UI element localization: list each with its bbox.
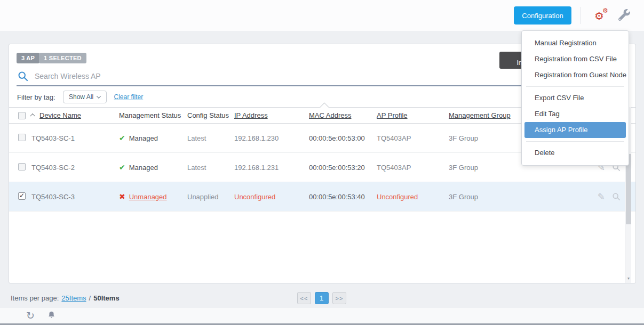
device-name: TQ5403-SC-3 xyxy=(31,193,119,201)
wrench-icon[interactable] xyxy=(618,9,631,22)
menu-item-assign-ap-profile[interactable]: Assign AP Profile xyxy=(524,122,626,138)
column-device-name[interactable]: Device Name xyxy=(31,111,119,119)
ip-address: Unconfigured xyxy=(234,193,309,201)
menu-divider xyxy=(526,86,624,87)
gear-small-icon xyxy=(602,7,608,14)
filter-bar: Filter by tag: Show All Clear filter xyxy=(17,90,143,104)
edit-pencil-icon[interactable] xyxy=(598,192,605,201)
search-icon xyxy=(18,71,28,82)
column-config-status: Config Status xyxy=(187,111,234,119)
column-management-status: Management Status xyxy=(119,111,187,119)
ip-address: 192.168.1.231 xyxy=(234,164,309,172)
header-notch xyxy=(320,103,329,112)
managed-check-icon xyxy=(119,163,125,172)
bottom-bar xyxy=(0,308,644,323)
mac-address: 00:00:5e:00:53:40 xyxy=(309,193,377,201)
scrollbar-down-arrow[interactable] xyxy=(626,276,631,281)
menu-item-edit-tag[interactable]: Edit Tag xyxy=(522,106,629,122)
row-checkbox-checked[interactable] xyxy=(18,192,26,200)
items-separator: / xyxy=(89,294,91,302)
column-ap-profile[interactable]: AP Profile xyxy=(377,111,449,119)
config-status: Latest xyxy=(187,134,234,142)
menu-item-registration-guest-node[interactable]: Registration from Guest Node xyxy=(522,67,629,83)
ip-address: 192.168.1.230 xyxy=(234,134,309,142)
row-checkbox[interactable] xyxy=(18,134,26,141)
items-25-link[interactable]: 25Items xyxy=(61,294,86,302)
menu-divider xyxy=(526,141,624,142)
device-name: TQ5403-SC-1 xyxy=(31,134,119,142)
menu-item-export-csv[interactable]: Export CSV File xyxy=(522,90,629,106)
next-page-button[interactable]: >> xyxy=(332,292,346,304)
management-status[interactable]: Unmanaged xyxy=(129,193,167,201)
select-all-checkbox[interactable] xyxy=(18,112,26,119)
management-status: Managed xyxy=(129,134,158,142)
filter-by-tag-label: Filter by tag: xyxy=(17,93,55,101)
column-ip-address[interactable]: IP Address xyxy=(234,111,309,119)
config-status: Latest xyxy=(187,164,234,172)
actions-dropdown-menu: Manual Registration Registration from CS… xyxy=(521,30,629,166)
ap-profile: Unconfigured xyxy=(377,193,449,201)
configuration-button[interactable]: Configuration xyxy=(514,6,571,25)
ap-count-badge: 3 AP xyxy=(17,53,39,63)
menu-item-registration-csv[interactable]: Registration from CSV File xyxy=(522,51,629,67)
chevron-down-icon xyxy=(97,94,101,98)
clear-filter-link[interactable]: Clear filter xyxy=(114,93,144,101)
row-checkbox[interactable] xyxy=(18,163,26,170)
tag-filter-value: Show All xyxy=(69,93,93,101)
management-group: 3F Group xyxy=(449,193,539,201)
column-mac-address[interactable]: MAC Address xyxy=(309,111,377,119)
device-name: TQ5403-SC-2 xyxy=(31,164,119,172)
unmanaged-x-icon xyxy=(119,192,125,201)
pagination: << 1 >> xyxy=(297,292,346,304)
prev-page-button[interactable]: << xyxy=(297,292,311,304)
mac-address: 00:00:5e:00:53:00 xyxy=(309,134,377,142)
items-per-page: Items per page: 25Items / 50Items xyxy=(11,294,120,302)
items-per-page-label: Items per page: xyxy=(11,294,59,302)
mac-address: 00:00:5e:00:53:20 xyxy=(309,164,377,172)
ap-profile: TQ5403AP xyxy=(377,164,449,172)
management-status: Managed xyxy=(129,164,158,172)
page-1-button[interactable]: 1 xyxy=(315,292,329,304)
menu-item-manual-registration[interactable]: Manual Registration xyxy=(522,35,629,51)
refresh-icon[interactable] xyxy=(26,310,35,322)
notification-bell-icon[interactable] xyxy=(47,311,56,322)
search-input[interactable] xyxy=(35,72,483,80)
tag-filter-select[interactable]: Show All xyxy=(63,91,107,103)
table-row-selected[interactable]: TQ5403-SC-3 Unmanaged Unapplied Unconfig… xyxy=(9,182,635,212)
settings-gears-icon[interactable] xyxy=(594,7,611,23)
top-bar: Configuration xyxy=(0,0,644,31)
details-magnifier-icon[interactable] xyxy=(612,192,621,201)
menu-item-delete[interactable]: Delete xyxy=(522,145,629,161)
managed-check-icon xyxy=(119,134,125,142)
ap-profile: TQ5403AP xyxy=(377,134,449,142)
topbar-divider xyxy=(581,7,581,24)
selected-count-badge: 1 SELECTED xyxy=(39,53,86,63)
search-row xyxy=(17,69,518,84)
config-status: Unapplied xyxy=(187,193,234,201)
items-50-option[interactable]: 50Items xyxy=(93,294,119,302)
